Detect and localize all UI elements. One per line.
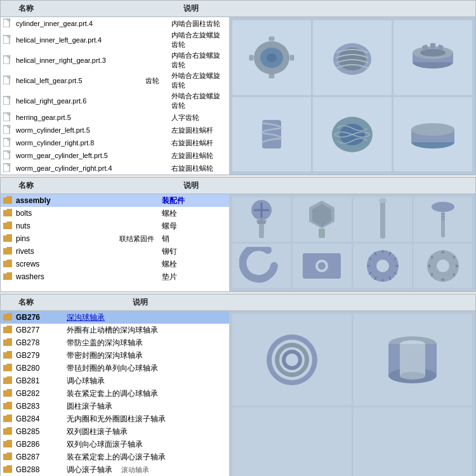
item-desc: 螺栓 (162, 259, 227, 270)
file-icon (3, 96, 16, 107)
item-desc: 内啮合右旋螺旋齿轮 (171, 51, 227, 70)
fasteners-images (229, 194, 475, 291)
item-desc: 无内圈和无外圈圆柱滚子轴承 (67, 414, 227, 425)
item-desc: 右旋圆柱蜗轮 (171, 164, 227, 173)
list-item[interactable]: pins 联结紧固件 销 (1, 232, 229, 245)
list-item[interactable]: GB279 带密封圈的深沟球轴承 (1, 349, 229, 362)
svg-point-43 (379, 198, 387, 203)
list-item[interactable]: GB286 双列向心球面滚子轴承 (1, 438, 229, 451)
list-item[interactable]: herring_gear.prt.5 人字齿轮 (1, 111, 229, 124)
gear-image-6 (393, 97, 472, 172)
bearings-section: 名称 说明 GB276 深沟球轴承 GB277 外圈有止动槽的深沟球轴承 GB2… (0, 294, 476, 476)
item-desc: 圆柱滚子轴承 (67, 401, 227, 412)
gears-header: 名称 说明 (1, 1, 475, 17)
list-item[interactable]: GB287 装在紧定套上的调心滚子轴承 (1, 451, 229, 463)
list-item[interactable]: GB283 圆柱滚子轴承 (1, 400, 229, 413)
item-name: helical_inner_right_gear.prt.3 (16, 56, 133, 64)
folder-icon (3, 364, 16, 373)
list-item[interactable]: worm_cylinder_right.prt.8 右旋圆柱蜗杆 (1, 136, 229, 149)
item-name: cylinder_inner_gear.prt.4 (16, 20, 133, 27)
list-item[interactable]: GB288 滚动轴承 调心滚子轴承 (1, 463, 229, 476)
folder-icon (3, 402, 16, 411)
gears-list: cylinder_inner_gear.prt.4 内啮合圆柱齿轮 helica… (1, 17, 229, 175)
item-name: assembly (16, 196, 111, 205)
item-category: 齿轮 (133, 76, 171, 86)
list-item[interactable]: helical_inner_left_gear.prt.4 内啮合左旋螺旋齿轮 (1, 30, 229, 50)
folder-icon (3, 313, 16, 322)
list-item[interactable]: worm_gear_cylinder_left.prt.5 左旋圆柱蜗轮 (1, 149, 229, 162)
list-item[interactable]: bolts 螺栓 (1, 207, 229, 220)
folder-icon (3, 351, 16, 360)
folder-icon (3, 465, 16, 475)
folder-icon (3, 326, 16, 335)
fasteners-list: assembly 装配件 bolts 螺栓 nuts 螺母 (1, 194, 229, 291)
fastener-image-3 (354, 197, 412, 242)
item-name: worm_cylinder_left.prt.5 (16, 126, 133, 134)
list-item[interactable]: GB280 带毡封圈的单列向心球轴承 (1, 362, 229, 374)
list-item[interactable]: helical_left_gear.prt.5 齿轮 外啮合左旋螺旋齿轮 (1, 70, 229, 91)
fasteners-col-category (130, 179, 181, 192)
folder-icon (3, 272, 16, 282)
list-item[interactable]: worm_cylinder_left.prt.5 左旋圆柱蜗杆 (1, 124, 229, 136)
svg-rect-23 (430, 43, 435, 48)
list-item[interactable]: GB285 双列圆柱滚子轴承 (1, 425, 229, 438)
bearing-image-1 (232, 314, 352, 406)
bearings-images (229, 311, 475, 476)
list-item[interactable]: cylinder_inner_gear.prt.4 内啮合圆柱齿轮 (1, 17, 229, 30)
svg-rect-13 (269, 37, 274, 41)
list-item[interactable]: assembly 装配件 (1, 194, 229, 207)
file-icon (3, 138, 16, 149)
svg-rect-15 (249, 55, 253, 60)
item-desc: 内啮合左旋螺旋齿轮 (171, 30, 227, 50)
list-item[interactable]: helical_inner_right_gear.prt.3 内啮合右旋螺旋齿轮 (1, 50, 229, 70)
item-name: GB282 (16, 389, 67, 398)
gear-image-3 (393, 20, 472, 95)
list-item[interactable]: GB282 装在紧定套上的调心球轴承 (1, 387, 229, 400)
item-name: GB283 (16, 402, 67, 411)
folder-icon (3, 427, 16, 437)
item-name: nuts (16, 221, 111, 230)
list-item[interactable]: helical_right_gear.prt.6 外啮合右旋螺旋齿轮 (1, 91, 229, 111)
svg-point-55 (437, 260, 449, 272)
list-item[interactable]: worm_gear_cylinder_right.prt.4 右旋圆柱蜗轮 (1, 162, 229, 175)
bearing-image-3 (232, 407, 352, 477)
item-name: bolts (16, 209, 111, 218)
item-desc: 左旋圆柱蜗轮 (171, 151, 227, 161)
gears-col-desc: 说明 (181, 2, 225, 15)
fasteners-col-name: 名称 (16, 179, 130, 192)
gears-section: 名称 说明 cylinder_inner_gear.prt.4 内啮合圆柱齿轮 … (0, 0, 476, 175)
list-item[interactable]: GB281 调心球轴承 (1, 374, 229, 387)
fasteners-content: assembly 装配件 bolts 螺栓 nuts 螺母 (1, 194, 475, 291)
svg-rect-16 (290, 55, 294, 60)
list-item[interactable]: rivets 铆钉 (1, 245, 229, 258)
svg-point-53 (376, 260, 389, 272)
list-item[interactable]: GB277 外圈有止动槽的深沟球轴承 (1, 324, 229, 336)
list-item[interactable]: nuts 螺母 (1, 220, 229, 232)
fastener-image-4 (414, 197, 472, 242)
item-desc: 带防尘盖的深沟球轴承 (67, 338, 227, 348)
folder-icon (3, 376, 16, 386)
file-icon (3, 35, 16, 46)
item-name: worm_gear_cylinder_right.prt.4 (16, 164, 133, 172)
item-desc: 铆钉 (162, 246, 227, 257)
svg-rect-42 (380, 201, 385, 239)
item-desc: 带毡封圈的单列向心球轴承 (67, 363, 227, 374)
list-item[interactable]: GB278 带防尘盖的深沟球轴承 (1, 336, 229, 349)
app-container: 名称 说明 cylinder_inner_gear.prt.4 内啮合圆柱齿轮 … (0, 0, 476, 476)
item-name: screws (16, 260, 111, 268)
fasteners-col-desc: 说明 (181, 179, 225, 192)
list-item[interactable]: GB284 无内圈和无外圈圆柱滚子轴承 (1, 413, 229, 425)
item-category: 联结紧固件 (111, 234, 162, 244)
list-item[interactable]: GB276 深沟球轴承 (1, 311, 229, 324)
item-name: helical_left_gear.prt.5 (16, 77, 133, 84)
folder-icon (3, 453, 16, 462)
list-item[interactable]: washers 垫片 (1, 270, 229, 283)
list-item-screws[interactable]: screws 螺栓 (1, 258, 229, 270)
folder-icon (3, 440, 16, 449)
item-desc: 装在紧定套上的调心滚子轴承 (67, 452, 227, 463)
item-desc: 双列向心球面滚子轴承 (67, 439, 227, 450)
item-desc: 外圈有止动槽的深沟球轴承 (67, 325, 227, 336)
item-name: GB277 (16, 326, 67, 334)
item-desc: 外啮合右旋螺旋齿轮 (171, 91, 227, 110)
fastener-image-8 (414, 244, 472, 288)
